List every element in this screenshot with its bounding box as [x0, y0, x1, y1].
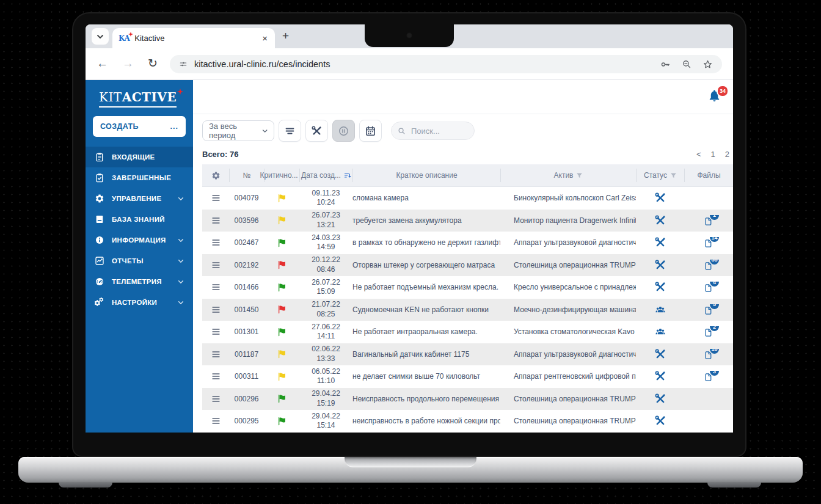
- bookmark-star-icon[interactable]: [702, 59, 713, 70]
- header-status[interactable]: Статус: [636, 169, 684, 182]
- repair-status-icon[interactable]: [654, 415, 666, 427]
- repair-status-icon[interactable]: [654, 393, 666, 405]
- repair-status-icon[interactable]: [654, 259, 666, 271]
- filter-icon[interactable]: [670, 172, 677, 179]
- sidebar-item-settings[interactable]: НАСТРОЙКИ: [86, 292, 193, 313]
- drag-handle-icon[interactable]: [211, 261, 221, 269]
- drag-handle-icon[interactable]: [211, 351, 221, 358]
- asset-name: Моечно-дезинфицирующая машина KE...: [500, 305, 636, 314]
- table-row[interactable]: 000311 06.05.2211:10 не делает снимки вы…: [202, 365, 733, 388]
- pause-filter-button[interactable]: [332, 120, 355, 142]
- drag-handle-icon[interactable]: [211, 194, 221, 202]
- pagination-prev[interactable]: <: [696, 150, 701, 159]
- files-icon[interactable]: 18: [703, 349, 714, 360]
- calendar-button[interactable]: [359, 120, 382, 142]
- back-icon[interactable]: ←: [97, 57, 108, 70]
- address-bar[interactable]: kitactive.ural-clinic.ru/ces/incidents: [170, 55, 722, 73]
- screen: KA Kitactive × + ← → ↻ kitactive.ural-cl…: [86, 24, 733, 433]
- sidebar-item-incoming[interactable]: ВХОДЯЩИЕ: [86, 147, 193, 167]
- drag-handle-icon[interactable]: [211, 217, 221, 224]
- files-count-badge: 1: [710, 215, 719, 220]
- repair-status-icon[interactable]: [654, 281, 666, 293]
- search-box[interactable]: [391, 122, 475, 140]
- url-text[interactable]: kitactive.ural-clinic.ru/ces/incidents: [194, 59, 660, 69]
- table-row[interactable]: 002467 24.03.2314:59 в рамках то обнаруж…: [202, 232, 733, 254]
- site-settings-icon[interactable]: [178, 59, 188, 69]
- header-severity[interactable]: Критично...: [264, 169, 299, 182]
- table-row[interactable]: 000296 29.04.2215:19 Неисправность продо…: [202, 388, 733, 411]
- laptop-base: [18, 457, 803, 483]
- list-view-button[interactable]: [279, 120, 301, 142]
- table-row[interactable]: 004079 09.11.2310:24 сломана камера Бино…: [202, 187, 733, 210]
- table-row[interactable]: 001450 21.07.2208:25 Судномоечная KEN не…: [202, 299, 733, 321]
- table-row[interactable]: 000295 29.04.2215:14 неисправность в раб…: [202, 410, 733, 433]
- asset-name: Кресло универсальное с принадлежнос...: [500, 283, 636, 291]
- column-settings-button[interactable]: [202, 169, 229, 182]
- table-row[interactable]: 001187 02.06.2213:33 Вагинальный датчик …: [202, 343, 733, 366]
- main-panel: 34 За весь период: [193, 80, 733, 433]
- files-icon[interactable]: 5: [703, 304, 714, 315]
- table-row[interactable]: 002192 20.12.2208:46 Оторван штекер у со…: [202, 254, 733, 277]
- drag-handle-icon[interactable]: [211, 373, 221, 380]
- repair-status-icon[interactable]: [654, 236, 666, 249]
- repair-status-icon[interactable]: [654, 192, 666, 204]
- browser-tab[interactable]: KA Kitactive ×: [112, 28, 275, 48]
- repair-status-icon[interactable]: [654, 214, 666, 227]
- header-asset[interactable]: Актив: [500, 169, 636, 182]
- files-icon[interactable]: 2: [703, 326, 714, 337]
- drag-handle-icon[interactable]: [211, 306, 221, 313]
- forward-icon: →: [122, 57, 134, 70]
- drag-handle-icon[interactable]: [211, 328, 221, 335]
- table-row[interactable]: 003596 26.07.2313:21 требуется замена ак…: [202, 210, 733, 232]
- sidebar-item-reports[interactable]: ОТЧЕТЫ: [86, 250, 193, 271]
- laptop-screen-bezel: KA Kitactive × + ← → ↻ kitactive.ural-cl…: [72, 12, 746, 457]
- table-row[interactable]: 001466 26.07.2215:09 Не работает подъемн…: [202, 276, 733, 299]
- sidebar-item-management[interactable]: УПРАВЛЕНИЕ: [86, 188, 193, 209]
- created-date: 29.04.2215:19: [299, 389, 352, 408]
- team-status-icon[interactable]: [654, 326, 666, 338]
- period-filter-select[interactable]: За весь период: [202, 120, 274, 141]
- header-description[interactable]: Краткое описание: [352, 169, 500, 182]
- header-date[interactable]: Дата созд...: [299, 169, 352, 182]
- files-icon[interactable]: 14: [703, 237, 714, 248]
- sort-desc-icon[interactable]: [344, 172, 351, 179]
- table-row[interactable]: 001301 27.06.2214:11 Не работает интраор…: [202, 321, 733, 343]
- pagination-page-2[interactable]: 2: [725, 150, 729, 159]
- create-more-icon[interactable]: ...: [170, 122, 178, 131]
- search-input[interactable]: [410, 126, 467, 136]
- sidebar-item-information[interactable]: ИНФОРМАЦИЯ: [86, 230, 193, 250]
- sidebar-item-knowledge-base[interactable]: БАЗА ЗНАНИЙ: [86, 209, 193, 230]
- files-icon[interactable]: 4: [703, 282, 714, 293]
- drag-handle-icon[interactable]: [211, 395, 221, 403]
- sidebar-item-completed[interactable]: ЗАВЕРШЕННЫЕ: [86, 167, 193, 188]
- laptop-foot: [59, 482, 112, 488]
- drag-handle-icon[interactable]: [211, 283, 221, 291]
- drag-handle-icon[interactable]: [211, 239, 221, 246]
- incident-description: Вагинальный датчик кабинет 1175: [352, 350, 500, 359]
- notifications-button[interactable]: 34: [707, 89, 723, 104]
- filter-icon[interactable]: [576, 172, 583, 179]
- header-number[interactable]: №: [229, 169, 264, 182]
- tab-close-icon[interactable]: ×: [261, 33, 269, 43]
- header-files[interactable]: Файлы: [684, 169, 733, 182]
- password-key-icon[interactable]: [660, 59, 671, 70]
- sidebar-item-label: УПРАВЛЕНИЕ: [112, 195, 161, 202]
- sidebar-item-telemetry[interactable]: ТЕЛЕМЕТРИЯ: [86, 271, 193, 292]
- chevron-down-icon: [178, 301, 184, 305]
- reload-icon[interactable]: ↻: [148, 57, 158, 70]
- repair-status-icon[interactable]: [654, 370, 666, 382]
- create-button[interactable]: СОЗДАТЬ ...: [93, 116, 186, 137]
- drag-handle-icon[interactable]: [211, 417, 221, 425]
- repair-filter-button[interactable]: [305, 120, 328, 142]
- repair-status-icon[interactable]: [654, 348, 666, 360]
- team-status-icon[interactable]: [654, 304, 666, 316]
- files-icon[interactable]: 3: [703, 371, 714, 382]
- pagination-page-1[interactable]: 1: [711, 150, 715, 159]
- created-date: 06.05.2211:10: [299, 367, 352, 386]
- tab-search-button[interactable]: [92, 28, 109, 45]
- new-tab-button[interactable]: +: [282, 29, 289, 43]
- files-icon[interactable]: 38: [703, 260, 714, 271]
- incident-number: 000296: [229, 395, 264, 403]
- files-icon[interactable]: 1: [703, 215, 714, 226]
- zoom-out-icon[interactable]: [681, 59, 692, 70]
